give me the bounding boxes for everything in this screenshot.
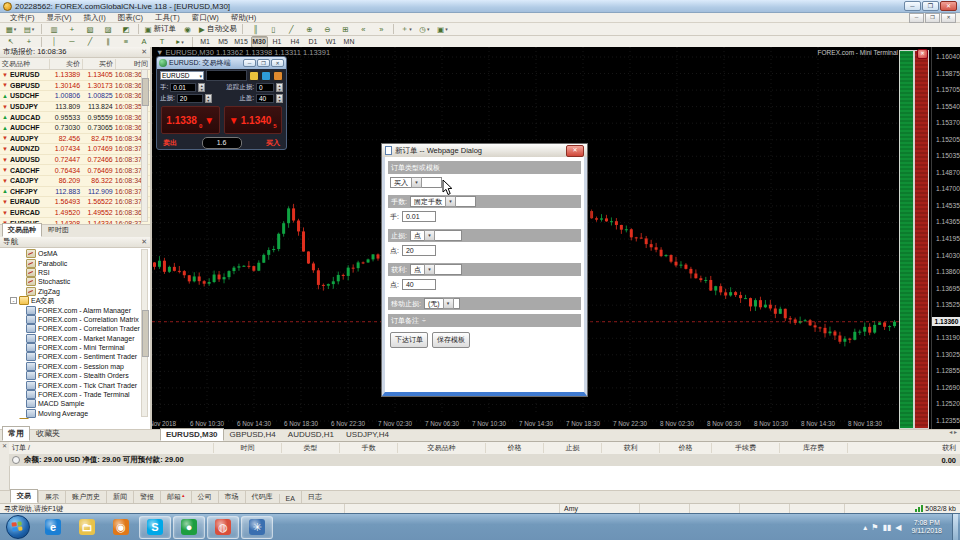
- market-row[interactable]: ▼EURCAD1.495201.4955216:08:36: [0, 208, 150, 219]
- navigator-expert-item[interactable]: FOREX.com - Trade Terminal: [0, 390, 150, 399]
- widget-symbol-select[interactable]: EURUSD▾: [160, 71, 204, 80]
- dialog-title-bar[interactable]: 新订单 -- Webpage Dialog ✕: [382, 144, 587, 158]
- chrome-taskbar-button[interactable]: ◍: [207, 516, 239, 539]
- chart-tab[interactable]: USDJPY,H4: [340, 428, 395, 441]
- strategy-tester-button[interactable]: ◩: [118, 23, 135, 36]
- auto-scroll-button[interactable]: «: [355, 23, 372, 36]
- navigator-expert-item[interactable]: FOREX.com - Market Manager: [0, 334, 150, 343]
- widget-minimize-button[interactable]: ─: [243, 59, 256, 67]
- history-center-button[interactable]: ◉: [179, 23, 196, 36]
- navigator-expert-item[interactable]: FOREX.com - Session map: [0, 362, 150, 371]
- sl-points-field[interactable]: 20: [402, 245, 436, 256]
- new-chart-button[interactable]: ▦▾: [3, 23, 20, 36]
- navigator-indicator-item[interactable]: RSI: [0, 268, 150, 277]
- market-row[interactable]: ▼EURUSD1.133891.1340516:08:36: [0, 70, 150, 81]
- auto-trading-button[interactable]: ▶自动交易: [197, 23, 239, 36]
- lots-field[interactable]: 0.01: [402, 211, 436, 222]
- navigator-button[interactable]: ▧: [82, 23, 99, 36]
- candlestick-button[interactable]: ▯: [265, 23, 282, 36]
- navigator-expert-item[interactable]: MACD Sample: [0, 399, 150, 408]
- scrollbar-thumb[interactable]: [142, 78, 149, 106]
- taskbar-clock[interactable]: 7:08 PM9/11/2018: [905, 519, 948, 535]
- volume-icon[interactable]: ◀: [895, 523, 901, 532]
- market-row[interactable]: ▲AUDCAD0.955330.9555916:08:36: [0, 112, 150, 123]
- terminal-tab-交易[interactable]: 交易: [10, 489, 38, 503]
- chart-tab[interactable]: EURUSD,M30: [160, 428, 224, 441]
- timeframe-d1-button[interactable]: D1: [305, 36, 322, 48]
- forex-app-taskbar-button[interactable]: ●: [173, 516, 205, 539]
- ie-taskbar-button[interactable]: e: [37, 516, 69, 539]
- terminal-tab-公司[interactable]: 公司: [191, 491, 218, 503]
- navigator-expert-item[interactable]: FOREX.com - Mini Terminal: [0, 343, 150, 352]
- tab-scroll-arrows[interactable]: ◂ ▸: [949, 428, 957, 441]
- navigator-expert-item[interactable]: Moving Average: [0, 409, 150, 418]
- terminal-close-icon[interactable]: ✕: [2, 443, 7, 449]
- collapse-node-icon[interactable]: -: [10, 297, 17, 304]
- skype-taskbar-button[interactable]: S: [139, 516, 171, 539]
- market-watch-tab[interactable]: 即时图: [42, 223, 75, 237]
- navigator-scrollbar[interactable]: [141, 249, 148, 417]
- templates-button[interactable]: ▣▾: [434, 23, 451, 36]
- terminal-button[interactable]: ▨: [100, 23, 117, 36]
- navigator-expert-item[interactable]: FOREX.com - Tick Chart Trader: [0, 380, 150, 389]
- lots-mode-select[interactable]: 固定手数▾: [410, 196, 476, 207]
- widget-settings-icon[interactable]: [249, 71, 259, 81]
- navigator-tab[interactable]: 常用: [2, 426, 30, 441]
- terminal-tab-新闻[interactable]: 新闻: [106, 491, 133, 503]
- timeframe-mn-button[interactable]: MN: [341, 36, 358, 48]
- market-row[interactable]: ▼AUDNZD1.074341.0746916:08:37: [0, 144, 150, 155]
- terminal-tab-日志[interactable]: 日志: [301, 491, 328, 503]
- trailing-stepper[interactable]: ▴▾: [276, 83, 283, 92]
- dialog-close-button[interactable]: ✕: [566, 145, 584, 157]
- menu-item-i[interactable]: 插入(I): [78, 13, 112, 23]
- market-watch-scrollbar[interactable]: [141, 69, 148, 222]
- mdi-close-button[interactable]: ✕: [941, 13, 956, 23]
- navigator-close-icon[interactable]: ✕: [141, 238, 147, 246]
- bar-chart-button[interactable]: ║: [247, 23, 264, 36]
- data-window-button[interactable]: +: [64, 23, 81, 36]
- market-row[interactable]: ▲AUDCHF0.730300.7306516:08:36: [0, 123, 150, 134]
- scrollbar-thumb[interactable]: [142, 310, 149, 357]
- mini-terminal-buy-bar[interactable]: [899, 50, 914, 429]
- periods-button[interactable]: ◷▾: [416, 23, 433, 36]
- navigator-indicator-item[interactable]: OsMA: [0, 249, 150, 258]
- navigator-expert-item[interactable]: FOREX.com - Correlation Matrix: [0, 315, 150, 324]
- navigator-indicator-item[interactable]: ZigZag: [0, 287, 150, 296]
- widget-close-button[interactable]: ✕: [271, 59, 284, 67]
- minimize-button[interactable]: ─: [904, 1, 921, 11]
- timeframe-w1-button[interactable]: W1: [323, 36, 340, 48]
- market-row[interactable]: ▼USDJPY113.809113.82416:08:35: [0, 102, 150, 113]
- menu-item-t[interactable]: 工具(T): [149, 13, 186, 23]
- media-player-taskbar-button[interactable]: ◉: [105, 516, 137, 539]
- lots-input[interactable]: 0.01: [170, 83, 196, 92]
- navigator-indicator-item[interactable]: Parabolic: [0, 258, 150, 267]
- take-profit-stepper[interactable]: ▴▾: [276, 94, 283, 103]
- hidden-icons-chevron-icon[interactable]: ▴: [863, 523, 867, 532]
- navigator-group-scripts[interactable]: +脚本: [0, 418, 150, 419]
- chart-shift-button[interactable]: »: [373, 23, 390, 36]
- explorer-taskbar-button[interactable]: 🗀: [71, 516, 103, 539]
- menu-item-c[interactable]: 图表(C): [112, 13, 149, 23]
- start-button[interactable]: [6, 515, 30, 539]
- mdi-restore-button[interactable]: ❒: [925, 13, 940, 23]
- widget-maximize-button[interactable]: ❒: [257, 59, 270, 67]
- terminal-tab-邮箱[interactable]: 邮箱▴: [160, 491, 191, 503]
- market-row[interactable]: ▼CADCHF0.764340.7646916:08:37: [0, 165, 150, 176]
- navigator-indicator-item[interactable]: Stochastic: [0, 277, 150, 286]
- take-profit-input[interactable]: 40: [256, 94, 274, 103]
- maximize-button[interactable]: ❒: [922, 1, 939, 11]
- timeframe-m30-button[interactable]: M30: [251, 36, 268, 48]
- stop-loss-stepper[interactable]: ▴▾: [205, 94, 212, 103]
- terminal-tab-EA[interactable]: EA: [279, 494, 301, 503]
- market-row[interactable]: ▲CHFJPY112.883112.90916:08:37: [0, 187, 150, 198]
- timeframe-h4-button[interactable]: H4: [287, 36, 304, 48]
- menu-item-w[interactable]: 窗口(W): [186, 13, 225, 23]
- new-order-button[interactable]: ▣新订单: [143, 23, 179, 36]
- tile-windows-button[interactable]: ⊞: [337, 23, 354, 36]
- market-row[interactable]: ▼AUDJPY82.45682.47516:08:34: [0, 134, 150, 145]
- terminal-tab-代码库[interactable]: 代码库: [245, 491, 279, 503]
- zoom-in-button[interactable]: ⊕: [301, 23, 318, 36]
- action-center-flag-icon[interactable]: ⚑: [871, 523, 878, 532]
- menu-item-v[interactable]: 显示(V): [41, 13, 78, 23]
- chart-tab[interactable]: AUDUSD,H1: [282, 428, 340, 441]
